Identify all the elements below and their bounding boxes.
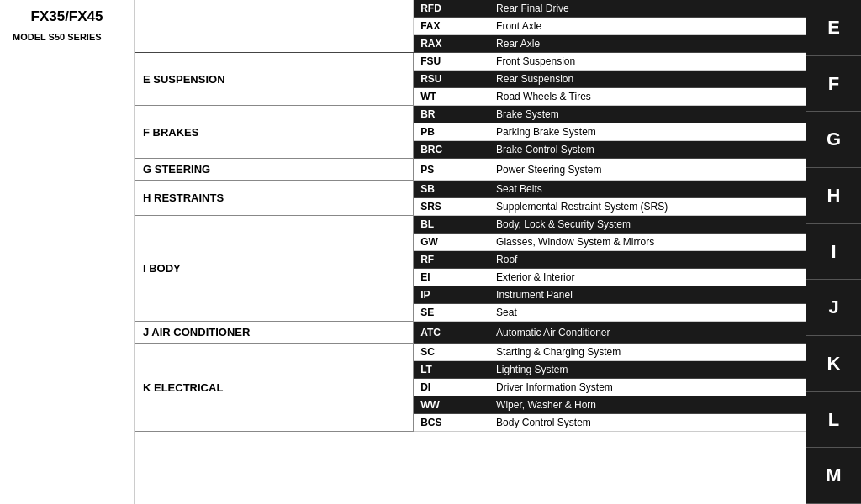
entry-code: ATC (414, 322, 489, 344)
entry-description: Body, Lock & Security System (489, 216, 806, 234)
entry-description: Brake System (489, 106, 806, 123)
section-label-brakes: F BRAKES (135, 106, 414, 159)
entry-description: Seat (489, 304, 806, 322)
entry-description: Wiper, Washer & Horn (489, 396, 806, 414)
entry-code: SE (414, 304, 489, 322)
entry-code: EI (414, 269, 489, 286)
entry-code: BR (414, 106, 489, 123)
model-subtitle: MODEL S50 SERIES (13, 32, 121, 42)
entry-description: Rear Final Drive (489, 0, 806, 18)
section-label-suspension: E SUSPENSION (135, 53, 414, 106)
tab-h[interactable]: H (806, 168, 861, 224)
entry-description: Power Steering System (489, 159, 806, 181)
entry-code: BRC (414, 141, 489, 159)
table-row: I BODYBLBody, Lock & Security System (135, 216, 806, 234)
entry-description: Roof (489, 251, 806, 269)
entry-code: WW (414, 396, 489, 414)
entry-description: Exterior & Interior (489, 269, 806, 286)
entry-description: Starting & Charging System (489, 344, 806, 361)
entry-description: Rear Axle (489, 35, 806, 53)
entry-description: Road Wheels & Tires (489, 88, 806, 106)
entry-code: DI (414, 379, 489, 396)
content-table: RFDRear Final DriveFAXFront AxleRAXRear … (135, 0, 806, 432)
entry-code: SB (414, 181, 489, 198)
tab-e[interactable]: E (806, 0, 861, 56)
entry-description: Seat Belts (489, 181, 806, 198)
tab-k[interactable]: K (806, 336, 861, 392)
table-row: K ELECTRICALSCStarting & Charging System (135, 344, 806, 361)
section-label-rfd-fax-rax (135, 0, 414, 53)
entry-code: BCS (414, 414, 489, 432)
table-row: G STEERINGPSPower Steering System (135, 159, 806, 181)
entry-code: BL (414, 216, 489, 234)
section-label-steering: G STEERING (135, 159, 414, 181)
entry-description: Instrument Panel (489, 286, 806, 304)
entry-description: Brake Control System (489, 141, 806, 159)
entry-code: GW (414, 234, 489, 251)
entry-description: Lighting System (489, 361, 806, 379)
table-row: J AIR CONDITIONERATCAutomatic Air Condit… (135, 322, 806, 344)
section-label-restraints: H RESTRAINTS (135, 181, 414, 216)
entry-code: RFD (414, 0, 489, 18)
left-panel: FX35/FX45 MODEL S50 SERIES (0, 0, 135, 504)
section-label-electrical: K ELECTRICAL (135, 344, 414, 432)
tab-l[interactable]: L (806, 392, 861, 449)
entry-code: RSU (414, 71, 489, 88)
entry-description: Front Axle (489, 18, 806, 35)
entry-description: Rear Suspension (489, 71, 806, 88)
entry-code: FAX (414, 18, 489, 35)
entry-code: SC (414, 344, 489, 361)
tab-j[interactable]: J (806, 280, 861, 336)
entry-code: RF (414, 251, 489, 269)
entry-description: Parking Brake System (489, 123, 806, 141)
table-row: RFDRear Final Drive (135, 0, 806, 18)
entry-description: Front Suspension (489, 53, 806, 71)
main-content: RFDRear Final DriveFAXFront AxleRAXRear … (135, 0, 806, 504)
section-label-body: I BODY (135, 216, 414, 322)
model-title: FX35/FX45 (13, 8, 121, 25)
entry-description: Glasses, Window System & Mirrors (489, 234, 806, 251)
entry-code: SRS (414, 198, 489, 216)
entry-code: IP (414, 286, 489, 304)
tab-f[interactable]: F (806, 56, 861, 113)
tab-g[interactable]: G (806, 112, 861, 168)
entry-code: RAX (414, 35, 489, 53)
entry-description: Supplemental Restraint System (SRS) (489, 198, 806, 216)
entry-description: Body Control System (489, 414, 806, 432)
entry-code: LT (414, 361, 489, 379)
right-tabs: EFGHIJKLM (806, 0, 861, 504)
tab-m[interactable]: M (806, 448, 861, 504)
table-row: F BRAKESBRBrake System (135, 106, 806, 123)
table-row: H RESTRAINTSSBSeat Belts (135, 181, 806, 198)
page: FX35/FX45 MODEL S50 SERIES RFDRear Final… (0, 0, 861, 504)
section-label-air-conditioner: J AIR CONDITIONER (135, 322, 414, 344)
table-row: E SUSPENSIONFSUFront Suspension (135, 53, 806, 71)
entry-code: PB (414, 123, 489, 141)
entry-description: Driver Information System (489, 379, 806, 396)
tab-i[interactable]: I (806, 224, 861, 281)
entry-code: FSU (414, 53, 489, 71)
entry-code: PS (414, 159, 489, 181)
entry-code: WT (414, 88, 489, 106)
entry-description: Automatic Air Conditioner (489, 322, 806, 344)
